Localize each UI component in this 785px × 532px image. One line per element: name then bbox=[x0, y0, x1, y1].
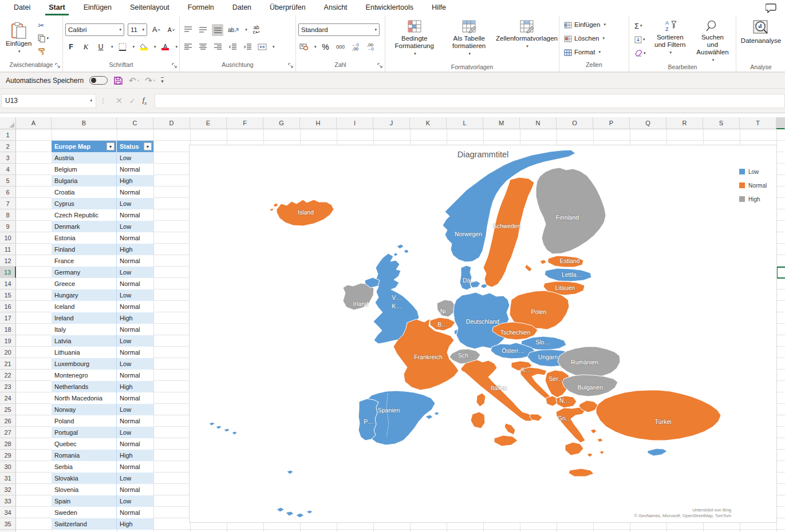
cell-status[interactable]: High bbox=[117, 450, 153, 461]
save-icon[interactable] bbox=[113, 76, 123, 85]
column-header-E[interactable]: E bbox=[190, 117, 227, 129]
autosave-toggle[interactable] bbox=[89, 76, 108, 85]
row-header-29[interactable]: 29 bbox=[0, 450, 16, 461]
percent-style-button[interactable]: % bbox=[320, 41, 332, 53]
row-header-34[interactable]: 34 bbox=[0, 507, 16, 518]
cell-country[interactable]: Czech Republic bbox=[52, 209, 117, 221]
namebox-resize-handle[interactable]: ⋮ bbox=[98, 97, 108, 105]
tab-start[interactable]: Start bbox=[40, 1, 74, 15]
align-top-icon[interactable] bbox=[182, 24, 194, 36]
cell-status[interactable]: Normal bbox=[117, 232, 153, 244]
cell-status[interactable]: High bbox=[117, 312, 153, 324]
map-region-sardinia[interactable] bbox=[471, 412, 485, 428]
row-header-26[interactable]: 26 bbox=[0, 415, 16, 427]
row-header-23[interactable]: 23 bbox=[0, 381, 16, 392]
font-size-select[interactable]: 11▾ bbox=[128, 23, 147, 36]
row-header-33[interactable]: 33 bbox=[0, 495, 16, 507]
increase-font-size-button[interactable]: A˄ bbox=[151, 24, 162, 36]
table-header-europe-map[interactable]: Europe Map ▼ bbox=[52, 141, 117, 152]
column-header-C[interactable]: C bbox=[117, 117, 153, 129]
undo-button[interactable]: ↶▾ bbox=[129, 76, 139, 86]
row-header-11[interactable]: 11 bbox=[0, 244, 16, 255]
cell-country[interactable]: Croatia bbox=[52, 186, 117, 198]
name-box[interactable]: U13 ▾ bbox=[1, 94, 96, 108]
row-header-19[interactable]: 19 bbox=[0, 335, 16, 347]
cell-status[interactable]: Normal bbox=[117, 392, 153, 404]
increase-decimal-button[interactable]: ←0,00 bbox=[350, 41, 361, 53]
cell-country[interactable]: Greece bbox=[52, 278, 117, 289]
column-header-R[interactable]: R bbox=[666, 117, 703, 129]
tab-daten[interactable]: Daten bbox=[223, 1, 261, 15]
accounting-format-button[interactable] bbox=[298, 41, 310, 53]
row-header-3[interactable]: 3 bbox=[0, 152, 16, 164]
cell-status[interactable]: Normal bbox=[117, 415, 153, 427]
map-islet[interactable] bbox=[404, 249, 409, 253]
map-islet[interactable] bbox=[397, 244, 404, 249]
column-header-D[interactable]: D bbox=[153, 117, 190, 129]
chart-legend[interactable]: Low Normal High bbox=[739, 168, 767, 209]
row-header-14[interactable]: 14 bbox=[0, 278, 16, 289]
map-islet[interactable] bbox=[597, 438, 603, 442]
cell-styles-button[interactable]: Zellenformatvorlagen ▾ bbox=[497, 17, 557, 62]
map-islet[interactable] bbox=[425, 415, 433, 419]
cell-status[interactable]: High bbox=[117, 244, 153, 255]
redo-button[interactable]: ↷▾ bbox=[145, 76, 155, 86]
decrease-decimal-button[interactable]: ,00→0 bbox=[365, 41, 376, 53]
align-right-icon[interactable] bbox=[212, 41, 223, 53]
tab-formeln[interactable]: Formeln bbox=[179, 1, 223, 15]
cell-country[interactable]: Latvia bbox=[52, 335, 117, 347]
map-islet[interactable] bbox=[540, 260, 546, 264]
cell-status[interactable]: Normal bbox=[117, 278, 153, 289]
dialog-launcher-icon[interactable] bbox=[171, 61, 177, 68]
fill-button[interactable]: ▾ bbox=[633, 33, 648, 46]
map-region-italy-toe[interactable] bbox=[504, 423, 515, 435]
map-islet[interactable] bbox=[270, 208, 274, 211]
cell-status[interactable]: Normal bbox=[117, 324, 153, 335]
column-header-T[interactable]: T bbox=[740, 117, 776, 129]
row-header-18[interactable]: 18 bbox=[0, 324, 16, 335]
map-country-cyprus[interactable] bbox=[648, 448, 667, 456]
map-country-turkey[interactable] bbox=[596, 390, 721, 440]
legend-item-low[interactable]: Low bbox=[739, 168, 767, 175]
find-select-button[interactable]: Suchen und Auswählen ▾ bbox=[692, 17, 733, 62]
decrease-font-size-button[interactable]: A˅ bbox=[165, 24, 177, 36]
merge-center-button[interactable] bbox=[257, 41, 268, 53]
cell-status[interactable]: Normal bbox=[117, 186, 153, 198]
row-header-27[interactable]: 27 bbox=[0, 427, 16, 438]
row-header-1[interactable]: 1 bbox=[0, 129, 16, 141]
row-header-2[interactable]: 2 bbox=[0, 141, 16, 152]
cell-status[interactable]: High bbox=[117, 175, 153, 186]
map-islet[interactable] bbox=[525, 264, 532, 272]
row-header-8[interactable]: 8 bbox=[0, 209, 16, 221]
map-country-greece[interactable] bbox=[556, 407, 586, 443]
insert-function-icon[interactable]: fx bbox=[143, 96, 147, 106]
column-header-H[interactable]: H bbox=[300, 117, 337, 129]
clear-button[interactable]: ▾ bbox=[633, 47, 648, 59]
cell-country[interactable]: Serbia bbox=[52, 461, 117, 473]
cell-status[interactable]: Normal bbox=[117, 347, 153, 358]
map-islet[interactable] bbox=[209, 422, 215, 426]
row-header-16[interactable]: 16 bbox=[0, 301, 16, 312]
row-header-35[interactable]: 35 bbox=[0, 518, 16, 530]
cell-status[interactable]: Normal bbox=[117, 484, 153, 495]
font-color-button[interactable]: A bbox=[160, 41, 171, 53]
column-header-L[interactable]: L bbox=[447, 117, 483, 129]
cell-status[interactable]: Low bbox=[117, 358, 153, 370]
cell-status[interactable]: Low bbox=[117, 495, 153, 507]
cell-status[interactable]: Low bbox=[117, 221, 153, 232]
column-header-J[interactable]: J bbox=[373, 117, 410, 129]
formula-input[interactable] bbox=[155, 94, 785, 108]
cell-country[interactable]: Slovenia bbox=[52, 484, 117, 495]
cell-country[interactable]: Slovakia bbox=[52, 473, 117, 484]
cell-status[interactable]: Low bbox=[117, 267, 153, 278]
tab-seitenlayout[interactable]: Seitenlayout bbox=[121, 1, 179, 15]
autosum-button[interactable]: Σ▾ bbox=[633, 19, 648, 32]
row-header-7[interactable]: 7 bbox=[0, 198, 16, 209]
map-islet[interactable] bbox=[434, 412, 439, 415]
cell-country[interactable]: Lithuania bbox=[52, 347, 117, 358]
column-header-Q[interactable]: Q bbox=[630, 117, 666, 129]
row-header-28[interactable]: 28 bbox=[0, 438, 16, 450]
cell-status[interactable]: Low bbox=[117, 152, 153, 164]
cell-country[interactable]: Romania bbox=[52, 450, 117, 461]
increase-indent-button[interactable] bbox=[242, 41, 253, 53]
